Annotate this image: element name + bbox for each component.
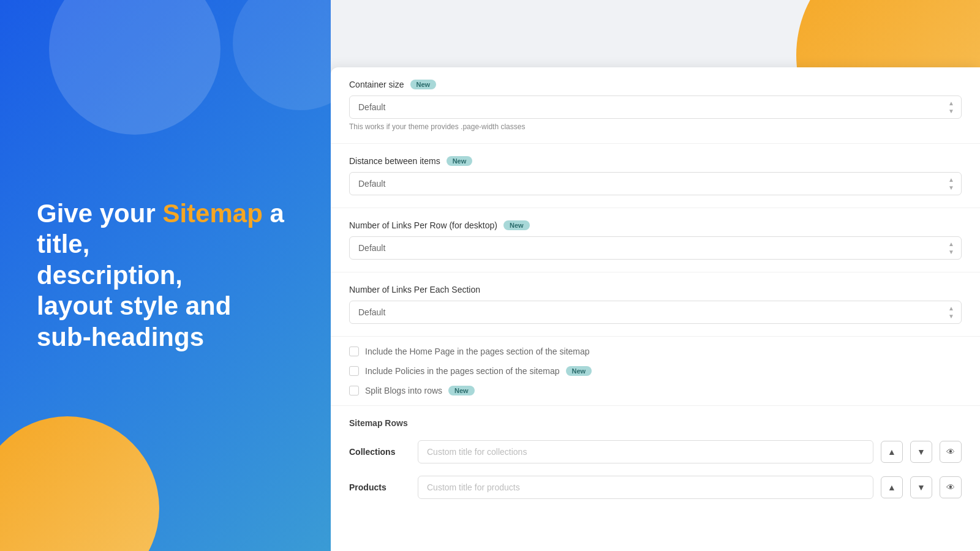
- collections-up-button[interactable]: ▲: [881, 441, 903, 463]
- container-size-select-wrapper: Default Full Width Narrow ▲ ▼: [349, 96, 962, 119]
- sitemap-row-products: Products ▲ ▼ 👁: [349, 476, 962, 499]
- eye-icon: 👁: [946, 447, 955, 457]
- links-per-section-select-wrapper: Default 5 10 15 20 All ▲ ▼: [349, 301, 962, 324]
- heading-line5: sub-headings: [37, 323, 204, 351]
- distance-select-wrapper: Default Small Medium Large ▲ ▼: [349, 172, 962, 195]
- distance-select[interactable]: Default Small Medium Large: [349, 172, 962, 195]
- container-size-group: Container size New Default Full Width Na…: [331, 67, 980, 144]
- down-icon: ▼: [917, 447, 925, 457]
- collections-visibility-button[interactable]: 👁: [940, 441, 962, 463]
- left-heading: Give your Sitemap a title, description, …: [37, 198, 294, 353]
- links-per-row-label: Number of Links Per Row (for desktop): [349, 220, 497, 230]
- links-per-section-group: Number of Links Per Each Section Default…: [331, 272, 980, 337]
- links-per-section-label: Number of Links Per Each Section: [349, 285, 480, 294]
- checkbox-split-blogs: Split Blogs into rows New: [349, 386, 962, 395]
- distance-badge: New: [447, 156, 473, 166]
- links-per-section-label-row: Number of Links Per Each Section: [349, 285, 962, 294]
- distance-group: Distance between items New Default Small…: [331, 144, 980, 208]
- eye-icon: 👁: [946, 482, 955, 492]
- products-down-button[interactable]: ▼: [910, 476, 932, 498]
- checkbox-include-home: Include the Home Page in the pages secti…: [349, 347, 962, 356]
- links-per-section-select[interactable]: Default 5 10 15 20 All: [349, 301, 962, 324]
- collections-label: Collections: [349, 447, 410, 457]
- checkboxes-group: Include the Home Page in the pages secti…: [331, 337, 980, 406]
- links-per-row-label-row: Number of Links Per Row (for desktop) Ne…: [349, 220, 962, 230]
- products-input[interactable]: [418, 476, 873, 499]
- left-panel: Give your Sitemap a title, description, …: [0, 0, 331, 551]
- container-size-badge: New: [410, 80, 437, 89]
- checkbox-include-policies-badge: New: [566, 366, 592, 376]
- heading-highlight: Sitemap: [162, 199, 262, 228]
- right-panel: Container size New Default Full Width Na…: [331, 0, 980, 551]
- distance-label: Distance between items: [349, 156, 440, 166]
- up-icon: ▲: [888, 482, 896, 492]
- checkbox-include-policies-box[interactable]: [349, 366, 359, 376]
- decorative-circle-right: [233, 0, 331, 110]
- links-per-row-badge: New: [503, 220, 530, 230]
- heading-line3: description,: [37, 261, 183, 290]
- container-size-label-row: Container size New: [349, 80, 962, 89]
- links-per-row-select-wrapper: Default 1 2 3 4 5 ▲ ▼: [349, 236, 962, 260]
- checkbox-include-policies: Include Policies in the pages section of…: [349, 366, 962, 376]
- checkbox-include-home-box[interactable]: [349, 347, 359, 356]
- collections-down-button[interactable]: ▼: [910, 441, 932, 463]
- checkbox-split-blogs-badge: New: [448, 386, 475, 395]
- distance-label-row: Distance between items New: [349, 156, 962, 166]
- heading-line1: Give your: [37, 199, 156, 228]
- decorative-circle-bottom: [0, 416, 159, 551]
- checkbox-include-home-label: Include the Home Page in the pages secti…: [365, 347, 590, 356]
- down-icon: ▼: [917, 482, 925, 492]
- sitemap-rows-title: Sitemap Rows: [349, 418, 962, 428]
- container-size-select[interactable]: Default Full Width Narrow: [349, 96, 962, 119]
- checkbox-include-policies-label: Include Policies in the pages section of…: [365, 366, 560, 376]
- checkbox-split-blogs-label: Split Blogs into rows: [365, 386, 442, 395]
- container-size-hint: This works if your theme provides .page-…: [349, 122, 962, 131]
- heading-line4: layout style and: [37, 291, 231, 320]
- products-up-button[interactable]: ▲: [881, 476, 903, 498]
- links-per-row-group: Number of Links Per Row (for desktop) Ne…: [331, 208, 980, 272]
- products-label: Products: [349, 482, 410, 492]
- checkbox-split-blogs-box[interactable]: [349, 386, 359, 395]
- collections-input[interactable]: [418, 440, 873, 463]
- up-icon: ▲: [888, 447, 896, 457]
- links-per-row-select[interactable]: Default 1 2 3 4 5: [349, 236, 962, 260]
- products-visibility-button[interactable]: 👁: [940, 476, 962, 498]
- container-size-label: Container size: [349, 80, 404, 89]
- settings-panel: Container size New Default Full Width Na…: [331, 67, 980, 551]
- sitemap-rows-section: Sitemap Rows Collections ▲ ▼ 👁 Products: [331, 406, 980, 523]
- sitemap-row-collections: Collections ▲ ▼ 👁: [349, 440, 962, 463]
- decorative-circle-top: [49, 0, 221, 135]
